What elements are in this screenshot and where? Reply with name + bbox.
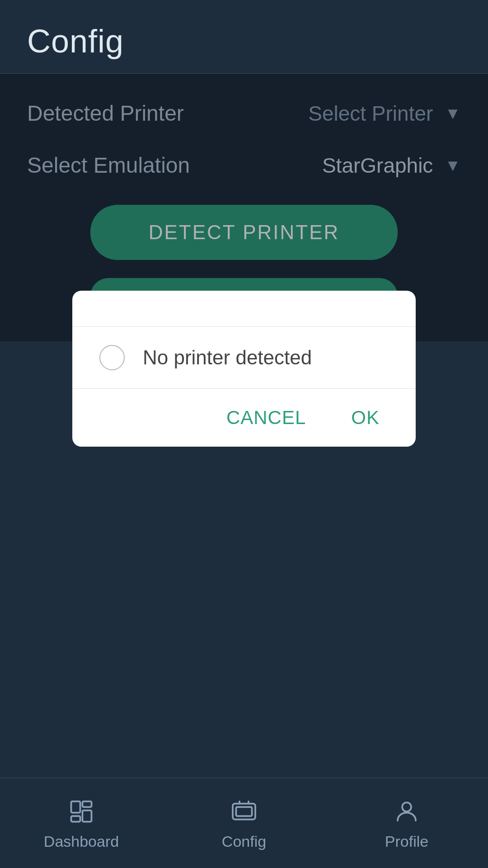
bottom-nav: Dashboard Config Profile xyxy=(0,778,488,868)
ok-button[interactable]: OK xyxy=(342,402,389,433)
profile-nav-label: Profile xyxy=(385,833,428,850)
config-nav-label: Config xyxy=(222,833,266,850)
modal-header xyxy=(72,291,416,327)
printer-selection-modal: No printer detected CANCEL OK xyxy=(72,291,416,447)
nav-item-profile[interactable]: Profile xyxy=(325,796,488,850)
no-printer-radio[interactable] xyxy=(99,345,125,370)
svg-rect-5 xyxy=(236,807,252,816)
nav-item-config[interactable]: Config xyxy=(163,796,325,850)
modal-overlay: No printer detected CANCEL OK xyxy=(0,74,488,341)
profile-icon xyxy=(391,796,422,827)
svg-point-8 xyxy=(402,802,411,811)
no-printer-text: No printer detected xyxy=(143,346,312,369)
page-title: Config xyxy=(27,23,124,59)
svg-rect-1 xyxy=(83,802,92,807)
header: Config xyxy=(0,0,488,74)
svg-rect-0 xyxy=(71,802,80,813)
dashboard-nav-label: Dashboard xyxy=(44,833,119,850)
cancel-button[interactable]: CANCEL xyxy=(217,402,315,433)
svg-rect-3 xyxy=(71,816,80,822)
dashboard-icon xyxy=(66,796,97,827)
modal-body: No printer detected xyxy=(72,327,416,389)
main-content: Detected Printer Select Printer ▼ Select… xyxy=(0,74,488,341)
config-icon xyxy=(228,796,260,827)
svg-rect-2 xyxy=(83,811,92,822)
nav-item-dashboard[interactable]: Dashboard xyxy=(0,796,163,850)
modal-footer: CANCEL OK xyxy=(72,389,416,447)
